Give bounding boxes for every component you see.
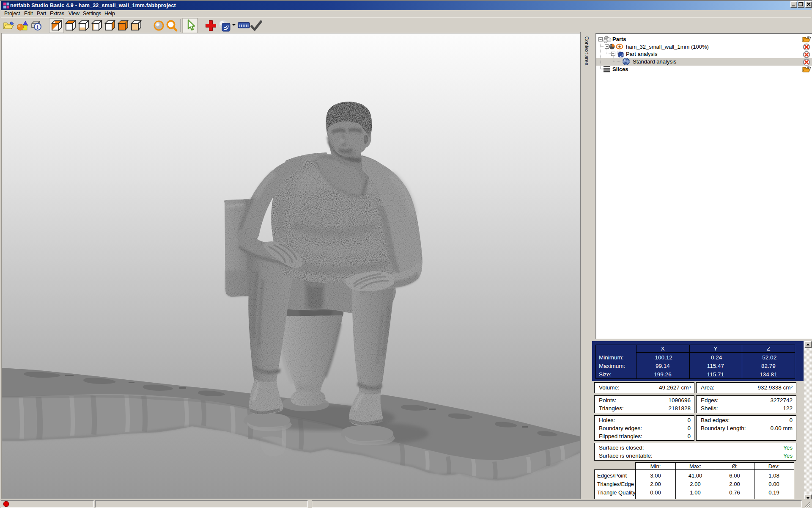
svg-text:Ø:: Ø:: [732, 463, 738, 469]
svg-text:2.00: 2.00: [690, 481, 700, 487]
svg-text:Y: Y: [713, 345, 717, 352]
svg-text:Min:: Min:: [650, 463, 661, 469]
svg-text:0.76: 0.76: [729, 489, 740, 496]
svg-text:Edges/Point: Edges/Point: [597, 472, 627, 479]
svg-text:115.47: 115.47: [707, 363, 724, 369]
svg-text:Triangles/Edge: Triangles/Edge: [597, 481, 634, 487]
svg-text:199.26: 199.26: [654, 371, 671, 378]
svg-text:0.19: 0.19: [768, 489, 779, 496]
svg-text:X: X: [661, 345, 664, 352]
svg-text:2.00: 2.00: [729, 481, 740, 487]
svg-text:82.79: 82.79: [761, 363, 776, 369]
svg-text:0.00: 0.00: [768, 481, 779, 487]
svg-text:1.00: 1.00: [690, 489, 700, 496]
svg-text:Maximum:: Maximum:: [599, 363, 625, 369]
svg-text:41.00: 41.00: [689, 472, 702, 479]
svg-text:-100.12: -100.12: [653, 354, 672, 361]
svg-text:Triangle Quality: Triangle Quality: [597, 489, 636, 496]
svg-text:Size:: Size:: [599, 371, 612, 378]
svg-text:1.08: 1.08: [768, 472, 779, 479]
svg-text:Max:: Max:: [689, 463, 701, 469]
svg-text:Z: Z: [767, 345, 770, 352]
svg-text:0.00: 0.00: [650, 489, 661, 496]
svg-text:Dev:: Dev:: [768, 463, 780, 469]
svg-text:Minimum:: Minimum:: [599, 354, 624, 361]
svg-text:134.81: 134.81: [760, 371, 777, 378]
svg-text:2.00: 2.00: [650, 481, 661, 487]
svg-text:99.14: 99.14: [656, 363, 670, 369]
svg-text:-52.02: -52.02: [760, 354, 776, 361]
svg-text:-0.24: -0.24: [709, 354, 722, 361]
svg-text:115.71: 115.71: [707, 371, 724, 378]
svg-text:6.00: 6.00: [729, 472, 740, 479]
svg-text:3.00: 3.00: [650, 472, 661, 479]
